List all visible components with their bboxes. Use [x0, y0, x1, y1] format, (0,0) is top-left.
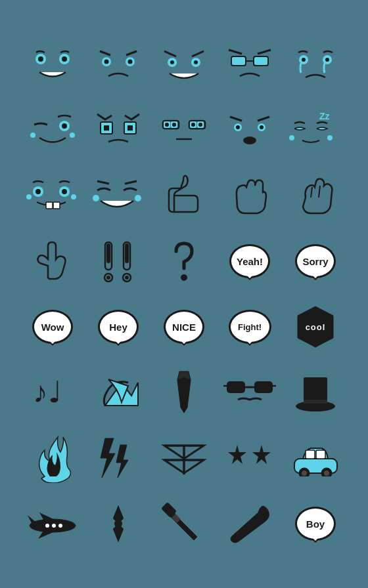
cell-r1c3 [151, 32, 217, 97]
cell-r6c5 [283, 360, 348, 425]
svg-point-20 [62, 123, 67, 129]
nice-bubble: NICE [164, 310, 204, 344]
svg-point-52 [26, 194, 32, 200]
cell-r5c1: Wow [20, 294, 85, 360]
cell-r5c5: cool [283, 294, 348, 360]
sorry-bubble: Sorry [295, 244, 336, 278]
cell-r1c4 [217, 32, 283, 97]
svg-point-65 [125, 276, 129, 280]
svg-point-45 [327, 135, 333, 140]
cell-r4c4: Yeah! [217, 228, 283, 294]
svg-point-44 [289, 135, 294, 140]
svg-point-17 [302, 58, 306, 62]
cell-r4c3 [151, 228, 217, 294]
cell-r3c2 [85, 163, 151, 228]
fight-bubble: Fight! [229, 310, 271, 344]
svg-point-48 [35, 189, 41, 194]
cell-r5c4: Fight! [217, 294, 283, 360]
svg-rect-50 [46, 202, 53, 209]
svg-point-61 [106, 276, 110, 280]
svg-point-35 [191, 123, 195, 127]
svg-point-90 [52, 524, 56, 528]
svg-point-33 [165, 123, 169, 127]
svg-point-41 [260, 125, 264, 129]
svg-point-86 [302, 471, 307, 476]
svg-point-55 [135, 195, 141, 201]
svg-point-34 [172, 123, 176, 127]
cell-r2c1 [20, 97, 85, 163]
cell-r8c2 [85, 491, 151, 556]
svg-rect-63 [125, 243, 129, 263]
cell-r3c1 [20, 163, 85, 228]
cell-r5c3: NICE [151, 294, 217, 360]
svg-rect-71 [254, 381, 273, 393]
svg-point-92 [45, 524, 49, 528]
svg-text:♪♩: ♪♩ [33, 375, 62, 409]
svg-line-57 [319, 186, 320, 198]
svg-point-93 [114, 520, 122, 528]
cell-r7c1 [20, 425, 85, 491]
svg-point-49 [62, 189, 67, 194]
cell-r1c5 [283, 32, 348, 97]
svg-point-40 [236, 125, 240, 129]
svg-marker-81 [252, 445, 271, 464]
cell-r1c2 [85, 32, 151, 97]
cell-r8c3 [151, 491, 217, 556]
svg-point-7 [128, 60, 133, 64]
svg-marker-80 [228, 445, 246, 464]
cell-r7c2 [85, 425, 151, 491]
cell-r6c2 [85, 360, 151, 425]
svg-point-66 [181, 274, 187, 281]
svg-point-36 [198, 123, 202, 127]
svg-point-54 [93, 195, 99, 201]
cell-r2c4 [217, 97, 283, 163]
svg-point-22 [70, 133, 75, 138]
cell-r1c1 [20, 32, 85, 97]
emoji-grid: Zz [0, 20, 368, 568]
cell-r4c1 [20, 228, 85, 294]
svg-point-11 [194, 60, 198, 64]
cell-r2c5: Zz [283, 97, 348, 163]
svg-rect-26 [127, 125, 133, 131]
cell-r2c2 [85, 97, 151, 163]
svg-rect-77 [304, 400, 327, 404]
svg-point-21 [30, 133, 35, 138]
svg-text:cool: cool [306, 322, 326, 332]
yeah-bubble: Yeah! [229, 244, 270, 278]
boy-bubble: Boy [295, 507, 336, 541]
cell-r6c4 [217, 360, 283, 425]
cell-r8c1 [20, 491, 85, 556]
svg-rect-83 [306, 450, 315, 459]
hey-bubble: Hey [98, 310, 139, 344]
cell-r4c5: Sorry [283, 228, 348, 294]
cell-r2c3 [151, 97, 217, 163]
svg-point-88 [324, 471, 329, 476]
svg-point-91 [58, 524, 62, 528]
wow-bubble: Wow [32, 310, 73, 344]
cell-r3c3 [151, 163, 217, 228]
svg-point-42 [243, 136, 256, 144]
cell-r7c3 [151, 425, 217, 491]
cell-r3c4 [217, 163, 283, 228]
cell-r3c5 [283, 163, 348, 228]
svg-rect-13 [254, 56, 268, 66]
svg-point-6 [104, 60, 109, 64]
cell-r4c2 [85, 228, 151, 294]
svg-rect-84 [316, 450, 325, 459]
svg-rect-59 [106, 243, 110, 263]
cell-r6c1: ♪♩ [20, 360, 85, 425]
svg-rect-51 [53, 202, 60, 209]
cell-r7c4 [217, 425, 283, 491]
cell-r8c5: Boy [283, 491, 348, 556]
svg-point-2 [38, 56, 43, 62]
cell-r7c5 [283, 425, 348, 491]
svg-rect-70 [227, 381, 245, 393]
cell-r8c4 [217, 491, 283, 556]
svg-point-53 [71, 194, 76, 200]
cell-r6c3 [151, 360, 217, 425]
svg-point-10 [170, 60, 174, 64]
svg-point-3 [62, 56, 67, 62]
svg-text:Zz: Zz [319, 111, 330, 121]
svg-point-18 [325, 58, 329, 62]
svg-line-56 [311, 187, 312, 198]
